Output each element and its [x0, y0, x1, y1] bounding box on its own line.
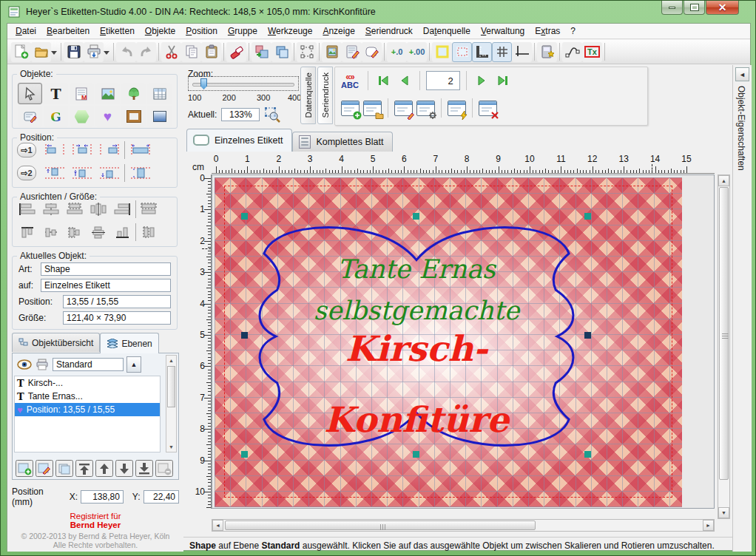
page-color-icon[interactable] [432, 42, 452, 62]
menu-item-bearbeiten[interactable]: Bearbeiten [41, 24, 95, 38]
tool-shape-polygon[interactable] [70, 106, 94, 127]
tool-text-document[interactable]: M [70, 83, 94, 104]
label-line-2[interactable]: selbstgemachte [244, 296, 589, 325]
menu-item-objekte[interactable]: Objekte [140, 24, 180, 38]
menu-item-werkzeuge[interactable]: Werkzeuge [263, 24, 317, 38]
tool-shape-heart[interactable]: ♥ [95, 106, 120, 127]
decimal-two-icon[interactable]: +.00 [407, 42, 427, 62]
save-view-icon[interactable] [537, 42, 557, 62]
label-line-3[interactable]: Kirsch- [244, 328, 589, 369]
layer-item[interactable]: ♥Position: 13,55 / 15,55 [15, 403, 160, 416]
layer-edit-button[interactable] [36, 460, 53, 477]
paste-icon[interactable] [201, 42, 221, 62]
decimal-one-icon[interactable]: +.0 [387, 42, 407, 62]
tab-objektuebersicht[interactable]: Objektübersicht [12, 333, 100, 352]
position-preset-2-button[interactable]: ⇨2 [17, 166, 36, 180]
align-middle-sel-icon[interactable] [63, 223, 87, 242]
layer-item[interactable]: TTante Ernas... [15, 390, 160, 403]
print-icon[interactable] [84, 42, 104, 62]
previous-record-button[interactable] [396, 72, 414, 89]
merge-preview-icon[interactable]: «» ABC [341, 72, 359, 89]
tab-komplettes-blatt[interactable]: Komplettes Blatt [292, 132, 393, 152]
same-height-icon[interactable] [138, 223, 160, 242]
close-button[interactable]: ✕ [706, 1, 739, 15]
objekt-groesse-field[interactable]: 121,40 × 73,90 [63, 311, 171, 325]
align-center-h-icon[interactable] [39, 200, 63, 219]
label-line-1[interactable]: Tante Ernas [244, 254, 589, 284]
layers-scrollbar[interactable]: ▲ ▼ [166, 355, 177, 452]
layer-to-top-button[interactable] [75, 460, 93, 477]
align-center-sel-icon[interactable] [63, 200, 87, 219]
notes-edit-icon[interactable] [342, 42, 362, 62]
tool-select[interactable] [18, 83, 42, 104]
layer-print-icon[interactable] [35, 359, 50, 370]
selection-handle[interactable] [584, 213, 591, 220]
menu-item-verwaltung[interactable]: Verwaltung [476, 24, 530, 38]
tool-text[interactable]: T [44, 83, 68, 104]
layer-down-button[interactable] [115, 460, 133, 477]
datasource-settings-button[interactable] [416, 101, 435, 116]
selection-handle[interactable] [241, 451, 248, 458]
layer-remove-button[interactable] [155, 460, 173, 477]
scroll-left-icon[interactable]: ◄ [212, 520, 223, 531]
layer-visible-eye-icon[interactable] [17, 359, 32, 370]
first-record-button[interactable] [374, 72, 392, 89]
undo-icon[interactable] [116, 42, 136, 62]
selection-handle[interactable] [413, 451, 419, 458]
align-bottom-icon[interactable] [110, 223, 134, 242]
new-label-icon[interactable] [11, 42, 31, 62]
text-frame-icon[interactable]: Tx [582, 42, 602, 62]
align-right-icon[interactable] [110, 200, 134, 219]
y-field[interactable]: 22,40 [144, 490, 179, 504]
scroll-right-icon[interactable]: ► [703, 520, 714, 531]
menu-item-?[interactable]: ? [565, 24, 581, 38]
label-border-icon[interactable] [452, 42, 472, 62]
align-top-icon[interactable] [16, 223, 39, 242]
menu-item-etiketten[interactable]: Etiketten [95, 24, 140, 38]
position-bottom-icon[interactable] [95, 163, 123, 183]
menu-item-datenquelle[interactable]: Datenquelle [418, 24, 476, 38]
zoom-slider-thumb[interactable] [200, 78, 207, 89]
menu-item-seriendruck[interactable]: Seriendruck [360, 24, 418, 38]
layer-item[interactable]: TKirsch-... [15, 376, 160, 390]
menu-item-datei[interactable]: Datei [10, 24, 41, 38]
paste-image-icon[interactable] [322, 42, 342, 62]
menu-item-anzeige[interactable]: Anzeige [317, 24, 360, 38]
scroll-down-icon[interactable]: ▼ [718, 507, 729, 518]
tool-picture-frame[interactable] [121, 106, 146, 127]
canvas-horizontal-scrollbar[interactable]: ◄ ► [212, 519, 715, 532]
tab-einzelnes-etikett[interactable]: Einzelnes Etikett [186, 129, 292, 152]
datasource-delete-button[interactable] [479, 101, 497, 116]
draw-edit-icon[interactable] [362, 42, 382, 62]
layer-up-button[interactable] [95, 460, 113, 477]
tool-wordart[interactable]: G [44, 106, 68, 127]
align-left-icon[interactable] [16, 200, 39, 219]
position-stretch-h-icon[interactable] [126, 140, 154, 160]
tool-data-field[interactable] [18, 106, 42, 127]
position-center-v-icon[interactable] [68, 163, 95, 183]
layer-add-button[interactable] [16, 460, 33, 477]
record-number-field[interactable]: 2 [426, 71, 460, 90]
layer-duplicate-button[interactable] [55, 460, 73, 477]
align-middle-icon[interactable] [39, 223, 63, 242]
erase-icon[interactable] [226, 42, 246, 62]
copy-icon[interactable] [181, 42, 201, 62]
zoom-slider[interactable] [188, 76, 299, 91]
menu-item-extras[interactable]: Extras [530, 24, 565, 38]
curve-edit-icon[interactable] [562, 42, 582, 62]
objekt-position-field[interactable]: 13,55 / 15,55 [63, 295, 171, 308]
selection-handle[interactable] [241, 332, 248, 339]
menu-item-gruppe[interactable]: Gruppe [223, 24, 263, 38]
zoom-slider-track[interactable] [192, 83, 294, 87]
position-preset-1-button[interactable]: ⇨1 [17, 143, 36, 157]
position-stretch-v-icon[interactable] [126, 163, 154, 183]
canvas-viewport[interactable]: Tante Ernas selbstgemachte Kirsch- Konfi… [212, 174, 715, 509]
position-top-icon[interactable] [41, 163, 68, 183]
vertical-scroll-thumb[interactable] [719, 187, 729, 480]
horizontal-scroll-thumb[interactable] [225, 521, 536, 530]
tab-datenquelle-vertical[interactable]: Datenquelle [300, 67, 316, 124]
maximize-button[interactable] [684, 1, 705, 15]
redo-icon[interactable] [136, 42, 156, 62]
next-record-button[interactable] [473, 72, 490, 89]
title-bar[interactable]: Heyer`s Etiketten-Studio 4.00 - DIN A4: … [1, 1, 756, 23]
